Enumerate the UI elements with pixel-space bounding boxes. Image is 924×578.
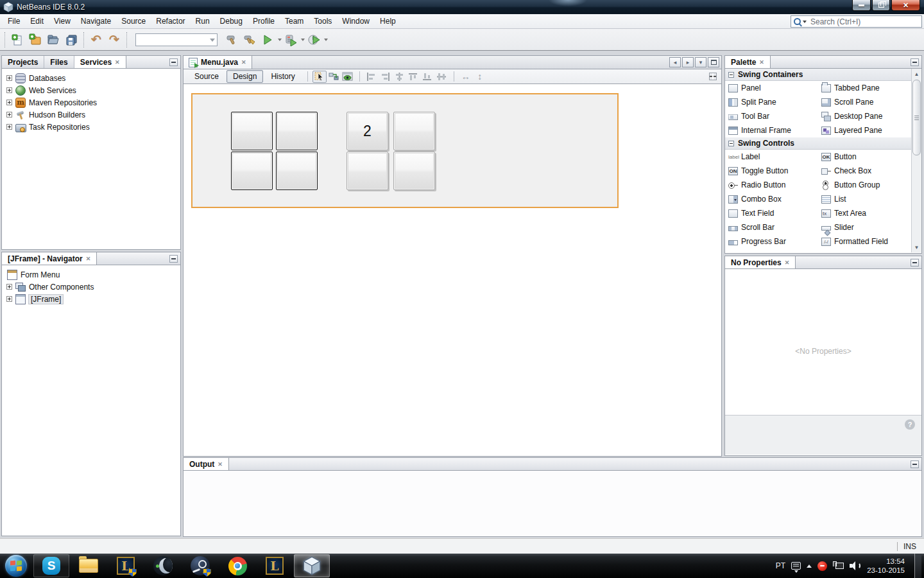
minimize-button[interactable] [852, 0, 871, 11]
taskbar-app-lol-launcher[interactable]: L [108, 554, 144, 577]
volume-icon[interactable] [850, 561, 861, 570]
palette-item-text-area[interactable]: Text Area [818, 206, 911, 220]
palette-item-tool-bar[interactable]: Tool Bar [725, 109, 818, 123]
expand-icon[interactable] [6, 100, 12, 105]
view-source-button[interactable]: Source [188, 70, 225, 83]
center-vertical-button[interactable] [435, 71, 449, 83]
preview-design-button[interactable] [341, 71, 355, 83]
tree-item-maven-repositories[interactable]: Maven Repositories [2, 96, 180, 109]
tab-navigator[interactable]: [JFrame] - Navigator [2, 252, 97, 265]
palette-item-split-pane[interactable]: Split Pane [725, 95, 818, 109]
tree-item-hudson-builders[interactable]: Hudson Builders [2, 109, 180, 121]
output-body[interactable] [184, 471, 921, 536]
expand-icon[interactable] [6, 284, 12, 290]
palette-item-slider[interactable]: Slider [818, 220, 911, 234]
tab-services[interactable]: Services [74, 56, 126, 68]
palette-item-label[interactable]: Label [725, 150, 818, 164]
show-grid-icon[interactable] [709, 73, 717, 80]
close-tab-icon[interactable] [218, 461, 223, 468]
close-tab-icon[interactable] [115, 59, 120, 66]
form-button-3[interactable] [231, 152, 273, 190]
menu-file[interactable]: File [3, 15, 25, 28]
close-tab-icon[interactable] [759, 59, 764, 66]
palette-item-radio-button[interactable]: Radio Button [725, 178, 818, 192]
design-canvas[interactable]: 2 [183, 84, 722, 457]
tree-item-form-menu[interactable]: Form Menu [2, 268, 180, 281]
tab-projects[interactable]: Projects [2, 56, 44, 68]
section-swing-controls[interactable]: Swing Controls [725, 137, 911, 150]
menu-refactor[interactable]: Refactor [151, 15, 190, 28]
tree-item-task-repositories[interactable]: Task Repositories [2, 121, 180, 133]
language-indicator[interactable]: PT [776, 561, 785, 570]
palette-item-formatted-field[interactable]: Formatted Field [818, 234, 911, 249]
palette-item-list[interactable]: List [818, 192, 911, 206]
palette-item-text-field[interactable]: Text Field [725, 206, 818, 220]
taskbar-app-netbeans[interactable] [294, 554, 330, 577]
menu-tools[interactable]: Tools [309, 15, 337, 28]
menu-profile[interactable]: Profile [248, 15, 280, 28]
palette-item-button-group[interactable]: Button Group [818, 178, 911, 192]
scroll-tabs-right-button[interactable]: ▸ [682, 57, 694, 67]
palette-item-desktop-pane[interactable]: Desktop Pane [818, 109, 911, 123]
close-tab-icon[interactable] [785, 259, 790, 266]
palette-item-scroll-bar[interactable]: Scroll Bar [725, 220, 818, 234]
start-button[interactable] [3, 554, 29, 577]
configuration-combo[interactable] [135, 33, 218, 46]
taskbar-app-explorer[interactable] [71, 554, 107, 577]
build-project-button[interactable] [223, 31, 241, 49]
align-left-button[interactable] [364, 71, 379, 83]
help-icon[interactable]: ? [905, 419, 915, 430]
form-button-2[interactable] [276, 112, 318, 150]
profile-dropdown-icon[interactable] [324, 39, 328, 41]
palette-item-panel[interactable]: Panel [725, 81, 818, 95]
menu-view[interactable]: View [49, 15, 76, 28]
collapse-icon[interactable] [728, 141, 734, 146]
run-project-button[interactable] [259, 31, 277, 49]
network-icon[interactable] [833, 561, 844, 570]
close-tab-icon[interactable] [86, 256, 91, 262]
menu-help[interactable]: Help [375, 15, 401, 28]
taskbar-app-daemon[interactable] [145, 554, 181, 577]
maximize-button[interactable] [872, 0, 890, 11]
expand-icon[interactable] [6, 296, 12, 302]
minimize-panel-button[interactable] [911, 58, 919, 66]
taskbar-app-lol-client[interactable]: L [257, 554, 293, 577]
show-hidden-icons-button[interactable] [807, 565, 812, 568]
tree-item-web-services[interactable]: Web Services [2, 84, 180, 96]
expand-icon[interactable] [6, 87, 12, 93]
minimize-panel-button[interactable] [911, 460, 919, 468]
tab-no-properties[interactable]: No Properties [725, 256, 796, 268]
tab-files[interactable]: Files [44, 56, 74, 68]
taskbar-app-chrome[interactable] [219, 554, 255, 577]
align-top-button[interactable] [407, 71, 421, 83]
palette-item-toggle-button[interactable]: Toggle Button [725, 164, 818, 178]
form-button-1[interactable] [231, 112, 273, 150]
palette-item-check-box[interactable]: Check Box [818, 164, 911, 178]
selection-mode-button[interactable] [312, 71, 327, 83]
expand-icon[interactable] [6, 112, 12, 118]
view-design-button[interactable]: Design [227, 70, 263, 83]
tree-item-databases[interactable]: Databases [2, 72, 180, 84]
center-horizontal-button[interactable] [393, 71, 407, 83]
menu-navigate[interactable]: Navigate [76, 15, 116, 28]
palette-item-button[interactable]: Button [818, 150, 911, 164]
minimize-panel-button[interactable] [169, 58, 178, 66]
clock[interactable]: 13:54 23-10-2015 [867, 557, 905, 575]
menu-window[interactable]: Window [337, 15, 375, 28]
form-button-5[interactable]: 2 [346, 112, 388, 150]
expand-icon[interactable] [6, 75, 12, 81]
collapse-icon[interactable] [728, 72, 734, 78]
undo-button[interactable]: ↶ [87, 31, 105, 49]
tree-item-jframe[interactable]: [JFrame] [2, 293, 180, 305]
minimize-panel-button[interactable] [911, 259, 919, 267]
open-project-button[interactable] [44, 31, 62, 49]
clean-build-button[interactable] [241, 31, 259, 49]
debug-project-button[interactable] [282, 31, 300, 49]
skype-status-icon[interactable] [817, 561, 827, 571]
new-file-button[interactable] [8, 31, 26, 49]
menu-debug[interactable]: Debug [215, 15, 248, 28]
menu-edit[interactable]: Edit [25, 15, 49, 28]
align-right-button[interactable] [379, 71, 393, 83]
scroll-tabs-left-button[interactable]: ◂ [669, 57, 681, 67]
connection-mode-button[interactable] [327, 71, 341, 83]
